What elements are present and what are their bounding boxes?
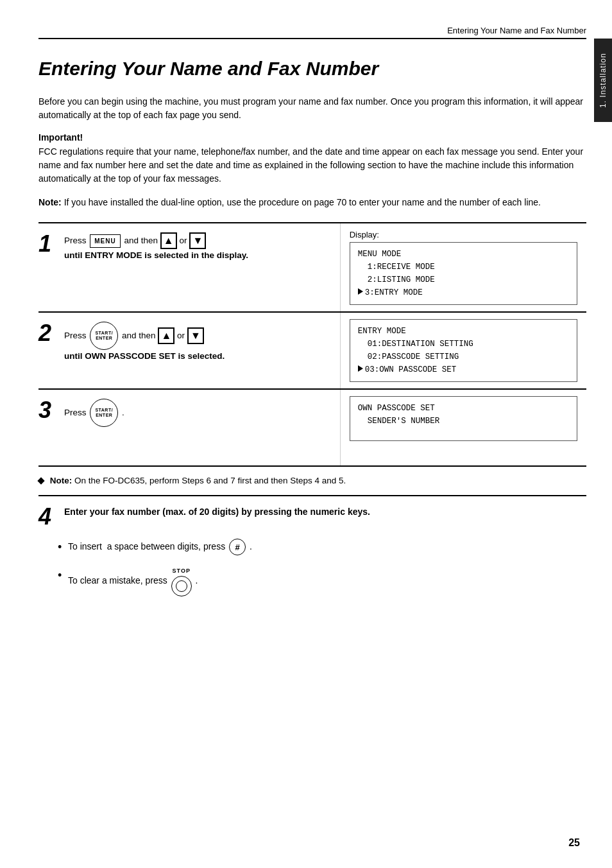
start-enter-key-2[interactable]: START/ ENTER	[90, 322, 118, 350]
arrow-up-key[interactable]: ▲	[160, 232, 177, 249]
stop-key-wrap: STOP	[171, 567, 192, 596]
step-1-desc: Press MENU and then ▲ or ▼ until ENTRY M…	[64, 232, 334, 262]
bullet-2: To clear a mistake, press STOP .	[58, 567, 586, 596]
main-content: Entering Your Name and Fax Number Before…	[38, 39, 586, 596]
step-3-desc: Press START/ ENTER .	[64, 399, 334, 427]
step-4-bullets: To insert a space between digits, press …	[38, 539, 586, 596]
page-title: Entering Your Name and Fax Number	[38, 58, 586, 82]
stop-key[interactable]	[171, 576, 192, 596]
step-2-number: 2	[38, 322, 58, 345]
note-text: Note: If you have installed the dual-lin…	[38, 196, 586, 209]
start-enter-key-3[interactable]: START/ ENTER	[90, 399, 118, 427]
step-4-header: 4 Enter your fax number (max. of 20 digi…	[38, 496, 586, 535]
menu-key[interactable]: MENU	[90, 234, 120, 248]
arrow-indicator-1	[358, 288, 363, 295]
step-2-row: 2 Press START/ ENTER and then ▲ or ▼ unt…	[38, 313, 586, 390]
display-box-2: ENTRY MODE 01:DESTINATION SETTING 02:PAS…	[350, 319, 577, 382]
step-2-left: 2 Press START/ ENTER and then ▲ or ▼ unt…	[38, 313, 340, 388]
important-text: FCC regulations require that your name, …	[38, 145, 586, 186]
bullet-1: To insert a space between digits, press …	[58, 539, 586, 555]
step-1-row: 1 Press MENU and then ▲ or ▼ until ENTRY…	[38, 223, 586, 313]
step-3-row: 3 Press START/ ENTER . OWN PASSCODE SET …	[38, 390, 586, 467]
step-1-right: Display: MENU MODE 1:RECEIVE MODE 2:LIST…	[340, 223, 586, 311]
step-4-section: 4 Enter your fax number (max. of 20 digi…	[38, 496, 586, 596]
display-box-1: MENU MODE 1:RECEIVE MODE 2:LISTING MODE …	[350, 242, 577, 305]
display-label-1: Display:	[350, 230, 577, 239]
step-4-number: 4	[38, 505, 58, 528]
step-2-desc: Press START/ ENTER and then ▲ or ▼ until…	[64, 322, 334, 363]
step-2-right: ENTRY MODE 01:DESTINATION SETTING 02:PAS…	[340, 313, 586, 388]
arrow-down-key-2[interactable]: ▼	[187, 327, 204, 344]
page-header: Entering Your Name and Fax Number	[38, 26, 586, 39]
important-label: Important!	[38, 132, 586, 143]
step-3-left: 3 Press START/ ENTER .	[38, 390, 340, 465]
steps-table: 1 Press MENU and then ▲ or ▼ until ENTRY…	[38, 222, 586, 496]
display-box-3: OWN PASSCODE SET SENDER'S NUMBER	[350, 396, 577, 441]
step-3-number: 3	[38, 399, 58, 422]
page-number: 25	[568, 837, 580, 849]
intro-text: Before you can begin using the machine, …	[38, 95, 586, 122]
step-4-desc: Enter your fax number (max. of 20 digits…	[64, 505, 370, 519]
step-1-number: 1	[38, 232, 58, 256]
hash-key[interactable]: #	[229, 539, 246, 555]
arrow-down-key[interactable]: ▼	[189, 232, 206, 249]
step-1-left: 1 Press MENU and then ▲ or ▼ until ENTRY…	[38, 223, 340, 311]
arrow-indicator-2	[358, 365, 363, 372]
side-tab: 1. Installation	[594, 39, 612, 122]
dc635-note-row: Note: On the FO-DC635, perform Steps 6 a…	[38, 467, 586, 496]
step-3-right: OWN PASSCODE SET SENDER'S NUMBER	[340, 390, 586, 465]
diamond-icon	[37, 478, 44, 485]
header-title: Entering Your Name and Fax Number	[447, 26, 586, 35]
arrow-up-key-2[interactable]: ▲	[158, 327, 174, 344]
